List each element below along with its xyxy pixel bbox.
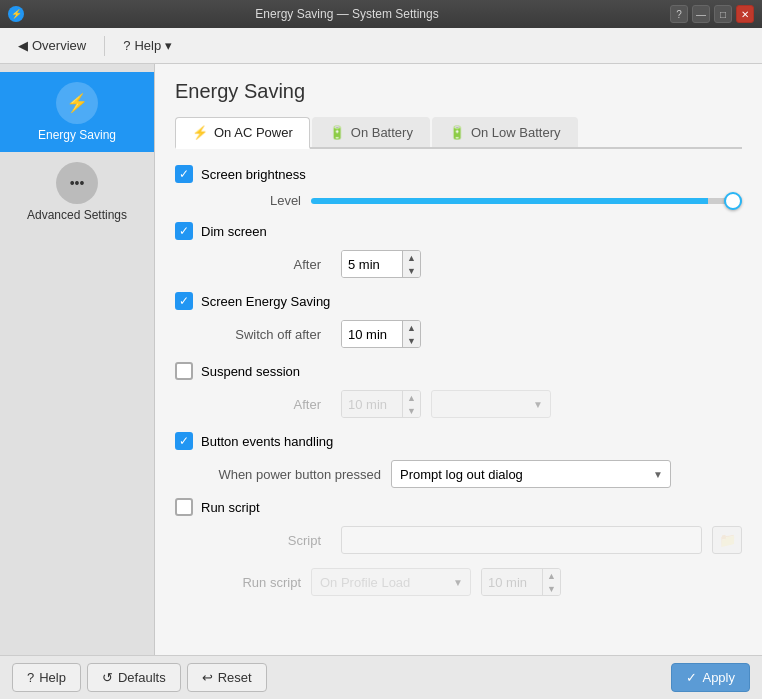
switch-off-input[interactable] xyxy=(342,321,402,347)
dim-screen-checkbox[interactable]: ✓ xyxy=(175,222,193,240)
defaults-button[interactable]: ↺ Defaults xyxy=(87,663,181,692)
sidebar-energy-saving-label: Energy Saving xyxy=(38,128,116,142)
help-menu[interactable]: ? Help ▾ xyxy=(113,34,182,57)
maximize-btn[interactable]: □ xyxy=(714,5,732,23)
power-action-select[interactable]: Prompt log out dialog Sleep Hibernate Sh… xyxy=(391,460,671,488)
menu-bar: ◀ Overview ? Help ▾ xyxy=(0,28,762,64)
apply-btn-icon: ✓ xyxy=(686,670,697,685)
advanced-settings-icon: ••• xyxy=(56,162,98,204)
energy-saving-icon: ⚡ xyxy=(56,82,98,124)
script-path-row: Script 📁 xyxy=(201,526,742,554)
app-icon: ⚡ xyxy=(8,6,24,22)
slider-thumb[interactable] xyxy=(724,192,742,210)
suspend-after-down: ▼ xyxy=(403,404,420,417)
sidebar: ⚡ Energy Saving ••• Advanced Settings xyxy=(0,64,155,655)
dim-screen-row: ✓ Dim screen xyxy=(175,222,742,240)
switch-off-up[interactable]: ▲ xyxy=(403,321,420,334)
tab-low-battery[interactable]: 🔋 On Low Battery xyxy=(432,117,578,147)
overview-menu[interactable]: ◀ Overview xyxy=(8,34,96,57)
suspend-after-row: After ▲ ▼ ▼ xyxy=(201,390,742,418)
ac-power-tab-icon: ⚡ xyxy=(192,125,208,140)
run-script-options-row: Run script On Profile Load After interva… xyxy=(201,568,742,596)
run-script-label: Run script xyxy=(201,500,260,515)
footer: ? Help ↺ Defaults ↩ Reset ✓ Apply xyxy=(0,655,762,699)
suspend-after-spinbox: ▲ ▼ xyxy=(341,390,421,418)
run-script-row: Run script xyxy=(175,498,742,516)
screen-energy-saving-row: ✓ Screen Energy Saving xyxy=(175,292,742,310)
suspend-session-checkbox[interactable] xyxy=(175,362,193,380)
dim-after-row: After ▲ ▼ xyxy=(201,250,742,278)
screen-brightness-row: ✓ Screen brightness xyxy=(175,165,742,183)
tab-ac-power[interactable]: ⚡ On AC Power xyxy=(175,117,310,149)
battery-tab-label: On Battery xyxy=(351,125,413,140)
apply-button[interactable]: ✓ Apply xyxy=(671,663,750,692)
help-btn-icon: ? xyxy=(27,670,34,685)
dim-after-up[interactable]: ▲ xyxy=(403,251,420,264)
suspend-action-wrapper: ▼ xyxy=(431,390,551,418)
run-script-interval-spinbox: ▲ ▼ xyxy=(481,568,561,596)
reset-button[interactable]: ↩ Reset xyxy=(187,663,267,692)
run-script-spinbox-buttons: ▲ ▼ xyxy=(542,569,560,595)
low-battery-tab-label: On Low Battery xyxy=(471,125,561,140)
switch-off-down[interactable]: ▼ xyxy=(403,334,420,347)
sidebar-item-advanced-settings[interactable]: ••• Advanced Settings xyxy=(0,152,154,232)
suspend-session-row: Suspend session xyxy=(175,362,742,380)
dim-after-input[interactable] xyxy=(342,251,402,277)
suspend-action-select xyxy=(431,390,551,418)
back-icon: ◀ xyxy=(18,38,28,53)
tab-battery[interactable]: 🔋 On Battery xyxy=(312,117,430,147)
suspend-after-input xyxy=(342,391,402,417)
close-btn[interactable]: ✕ xyxy=(736,5,754,23)
button-events-row: ✓ Button events handling xyxy=(175,432,742,450)
reset-btn-label: Reset xyxy=(218,670,252,685)
run-script-timing-select: On Profile Load After interval xyxy=(311,568,471,596)
sidebar-item-energy-saving[interactable]: ⚡ Energy Saving xyxy=(0,72,154,152)
main-layout: ⚡ Energy Saving ••• Advanced Settings En… xyxy=(0,64,762,655)
tab-bar: ⚡ On AC Power 🔋 On Battery 🔋 On Low Batt… xyxy=(175,117,742,149)
button-events-label: Button events handling xyxy=(201,434,333,449)
suspend-after-up: ▲ xyxy=(403,391,420,404)
dim-after-down[interactable]: ▼ xyxy=(403,264,420,277)
page-title: Energy Saving xyxy=(175,80,742,103)
brightness-slider[interactable] xyxy=(311,198,742,204)
screen-brightness-label: Screen brightness xyxy=(201,167,306,182)
button-events-checkbox[interactable]: ✓ xyxy=(175,432,193,450)
power-button-row: When power button pressed Prompt log out… xyxy=(201,460,742,488)
defaults-btn-label: Defaults xyxy=(118,670,166,685)
suspend-spinbox-buttons: ▲ ▼ xyxy=(402,391,420,417)
dim-after-spinbox[interactable]: ▲ ▼ xyxy=(341,250,421,278)
dim-after-label: After xyxy=(201,257,321,272)
title-bar: ⚡ Energy Saving — System Settings ? — □ … xyxy=(0,0,762,28)
switch-off-row: Switch off after ▲ ▼ xyxy=(201,320,742,348)
script-label: Script xyxy=(201,533,321,548)
run-script-interval-down: ▼ xyxy=(543,582,560,595)
suspend-session-label: Suspend session xyxy=(201,364,300,379)
title-bar-left: ⚡ xyxy=(8,6,24,22)
run-script-timing-wrapper: On Profile Load After interval ▼ xyxy=(311,568,471,596)
run-script-interval-input xyxy=(482,569,542,595)
help-label: Help xyxy=(134,38,161,53)
screen-energy-saving-label: Screen Energy Saving xyxy=(201,294,330,309)
battery-tab-icon: 🔋 xyxy=(329,125,345,140)
suspend-after-label: After xyxy=(201,397,321,412)
script-path-input xyxy=(341,526,702,554)
run-script-interval-up: ▲ xyxy=(543,569,560,582)
run-script-timing-label: Run script xyxy=(201,575,301,590)
screen-energy-saving-checkbox[interactable]: ✓ xyxy=(175,292,193,310)
screen-brightness-checkbox[interactable]: ✓ xyxy=(175,165,193,183)
ac-power-tab-label: On AC Power xyxy=(214,125,293,140)
minimize-btn[interactable]: — xyxy=(692,5,710,23)
menu-separator xyxy=(104,36,105,56)
run-script-checkbox[interactable] xyxy=(175,498,193,516)
apply-btn-label: Apply xyxy=(702,670,735,685)
help-button[interactable]: ? Help xyxy=(12,663,81,692)
power-action-wrapper[interactable]: Prompt log out dialog Sleep Hibernate Sh… xyxy=(391,460,671,488)
help-icon: ? xyxy=(123,38,130,53)
dim-spinbox-buttons: ▲ ▼ xyxy=(402,251,420,277)
switch-off-spinbox[interactable]: ▲ ▼ xyxy=(341,320,421,348)
dim-screen-label: Dim screen xyxy=(201,224,267,239)
brightness-slider-row: Level xyxy=(201,193,742,208)
content-area: Energy Saving ⚡ On AC Power 🔋 On Battery… xyxy=(155,64,762,655)
help-title-btn[interactable]: ? xyxy=(670,5,688,23)
help-btn-label: Help xyxy=(39,670,66,685)
